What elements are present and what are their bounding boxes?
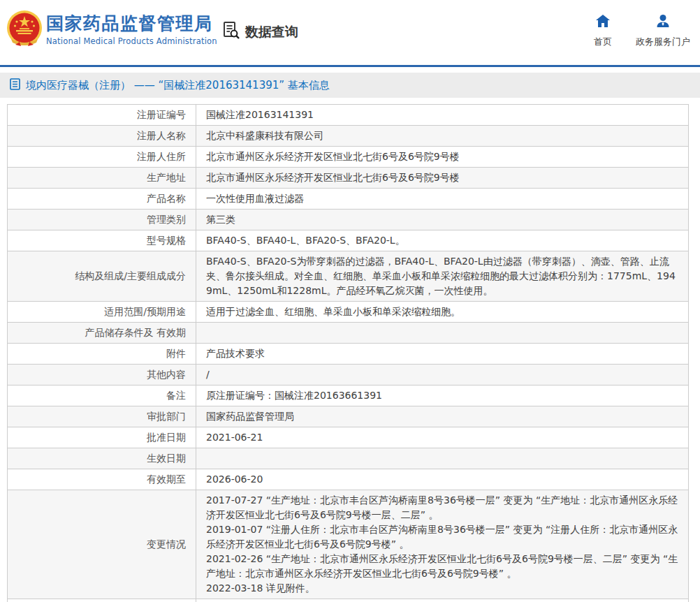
table-row: 生产地址北京市通州区永乐经济开发区恒业北七街6号及6号院9号楼 <box>8 168 689 189</box>
row-label: 生效日期 <box>8 448 196 469</box>
top-nav: 首页 政务服务门户 <box>594 14 690 48</box>
row-value: 原注册证编号：国械注准20163661391 <box>196 386 689 406</box>
registration-info-table: 注册证编号国械注准20163141391 注册人名称北京中科盛康科技有限公司 注… <box>7 104 689 602</box>
table-row: 备注原注册证编号：国械注准20163661391 <box>8 386 689 406</box>
site-header: 国家药品监督管理局 National Medical Products Admi… <box>0 0 700 67</box>
table-row: 注册人住所北京市通州区永乐经济开发区恒业北七街6号及6号院9号楼 <box>8 147 689 168</box>
row-label: 产品名称 <box>8 189 196 210</box>
table-row: 型号规格BFA40-S、BFA40-L、BFA20-S、BFA20-L。 <box>8 230 689 251</box>
table-row: 附件产品技术要求 <box>8 344 689 365</box>
row-label: 批准日期 <box>8 427 196 448</box>
breadcrumb-text: 境内医疗器械（注册） —— “国械注准20163141391” 基本信息 <box>26 79 330 92</box>
document-search-icon <box>222 21 241 43</box>
table-row: 批准日期2021-06-21 <box>8 427 689 448</box>
home-icon <box>595 14 611 31</box>
row-label: 其他内容 <box>8 365 196 386</box>
row-label: 产品储存条件及 有效期 <box>8 323 196 344</box>
nmpa-emblem-logo <box>6 10 43 50</box>
org-title-block: 国家药品监督管理局 National Medical Products Admi… <box>46 13 217 46</box>
table-row-note: 注 详情 <box>8 599 689 602</box>
table-row: 有效期至2026-06-20 <box>8 469 689 490</box>
row-label: 结构及组成/主要组成成分 <box>8 251 196 302</box>
row-label: 管理类别 <box>8 210 196 230</box>
row-value: 第三类 <box>196 210 689 230</box>
row-value <box>196 448 689 469</box>
data-query-label: 数据查询 <box>245 23 298 41</box>
nav-gov-portal-label: 政务服务门户 <box>636 36 690 48</box>
table-row: 产品储存条件及 有效期 <box>8 323 689 344</box>
row-value <box>196 323 689 344</box>
change-entry: 2019-01-07 “注册人住所：北京市丰台区芦沟桥南里8号36号楼一层” 变… <box>206 522 678 552</box>
row-label: 附件 <box>8 344 196 365</box>
row-label: 生产地址 <box>8 168 196 189</box>
row-value: 国械注准20163141391 <box>196 105 689 126</box>
change-entry: 2017-07-27 “生产地址：北京市丰台区芦沟桥南里8号36号楼一层” 变更… <box>206 493 678 522</box>
table-row: 生效日期 <box>8 448 689 469</box>
row-label: 有效期至 <box>8 469 196 490</box>
row-label: 备注 <box>8 386 196 406</box>
row-value: 一次性使用血液过滤器 <box>196 189 689 210</box>
row-label: 适用范围/预期用途 <box>8 302 196 323</box>
table-row: 注册证编号国械注准20163141391 <box>8 105 689 126</box>
table-row: 审批部门国家药品监督管理局 <box>8 406 689 427</box>
table-row: 其他内容/ <box>8 365 689 386</box>
row-value: / <box>196 365 689 386</box>
document-list-icon <box>10 78 20 93</box>
table-row: 结构及组成/主要组成成分BFA40-S、BFA20-S为带穿刺器的过滤器，BFA… <box>8 251 689 302</box>
org-name-zh: 国家药品监督管理局 <box>46 13 217 34</box>
change-entry: 2022-03-18 详见附件。 <box>206 581 678 596</box>
user-icon <box>656 14 670 31</box>
breadcrumb: 境内医疗器械（注册） —— “国械注准20163141391” 基本信息 <box>0 73 700 98</box>
row-value: 国家药品监督管理局 <box>196 406 689 427</box>
row-value: 产品技术要求 <box>196 344 689 365</box>
change-entry: 2021-02-26 “生产地址：北京市通州区永乐经济开发区恒业北七街6号及6号… <box>206 552 678 581</box>
national-emblem-icon <box>6 10 43 50</box>
row-label: 注册人名称 <box>8 126 196 147</box>
table-row: 管理类别第三类 <box>8 210 689 230</box>
table-row: 适用范围/预期用途适用于过滤全血、红细胞、单采血小板和单采浓缩粒细胞。 <box>8 302 689 323</box>
row-value: 适用于过滤全血、红细胞、单采血小板和单采浓缩粒细胞。 <box>196 302 689 323</box>
row-value: BFA40-S、BFA40-L、BFA20-S、BFA20-L。 <box>196 230 689 251</box>
row-value: BFA40-S、BFA20-S为带穿刺器的过滤器，BFA40-L、BFA20-L… <box>196 251 689 302</box>
table-row: 产品名称一次性使用血液过滤器 <box>8 189 689 210</box>
org-name-en: National Medical Products Administration <box>46 36 217 46</box>
nav-home[interactable]: 首页 <box>594 14 612 48</box>
row-value: 北京市通州区永乐经济开发区恒业北七街6号及6号院9号楼 <box>196 168 689 189</box>
row-label: 变更情况 <box>8 490 196 599</box>
nav-home-label: 首页 <box>594 36 612 48</box>
table-row: 注册人名称北京中科盛康科技有限公司 <box>8 126 689 147</box>
row-label: 审批部门 <box>8 406 196 427</box>
row-label: 注册证编号 <box>8 105 196 126</box>
row-value: 北京中科盛康科技有限公司 <box>196 126 689 147</box>
row-value: 2021-06-21 <box>196 427 689 448</box>
row-value: 2026-06-20 <box>196 469 689 490</box>
row-label: 型号规格 <box>8 230 196 251</box>
row-label: 注册人住所 <box>8 147 196 168</box>
row-value-changes: 2017-07-27 “生产地址：北京市丰台区芦沟桥南里8号36号楼一层” 变更… <box>196 490 689 599</box>
nav-gov-portal[interactable]: 政务服务门户 <box>636 14 690 48</box>
table-row-changes: 变更情况 2017-07-27 “生产地址：北京市丰台区芦沟桥南里8号36号楼一… <box>8 490 689 599</box>
data-query-tab[interactable]: 数据查询 <box>222 21 298 43</box>
row-value: 北京市通州区永乐经济开发区恒业北七街6号及6号院9号楼 <box>196 147 689 168</box>
